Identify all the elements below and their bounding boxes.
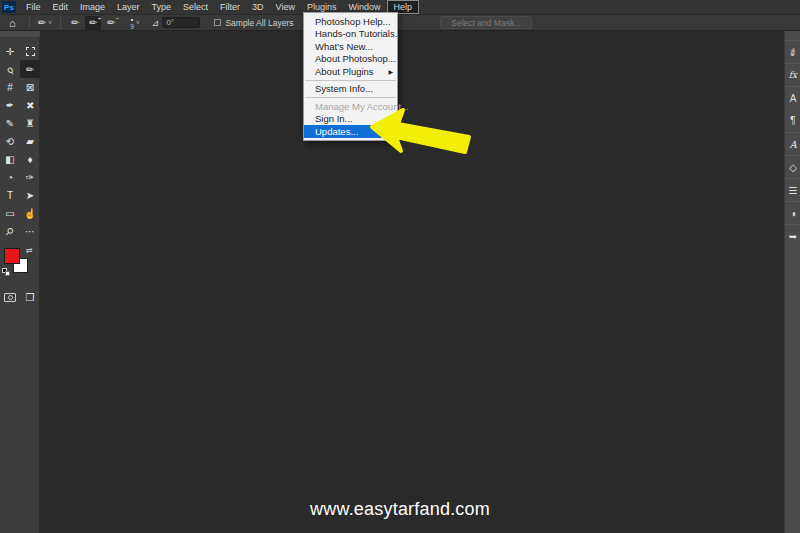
rectangle-tool[interactable]: ▭ xyxy=(0,204,20,222)
brush-size-picker[interactable]: • 9 xyxy=(130,17,134,29)
character-panel-button[interactable]: A xyxy=(785,86,800,109)
brush-icon: ✏ xyxy=(71,17,79,28)
materials-panel-button[interactable]: ◇ xyxy=(785,155,800,178)
swap-colors-icon[interactable]: ⇄ xyxy=(26,246,33,255)
layer-styles-panel-button[interactable]: fx xyxy=(785,63,800,86)
frame-icon: ⊠ xyxy=(26,82,34,93)
menu-select[interactable]: Select xyxy=(177,0,214,14)
menu-bar: Ps File Edit Image Layer Type Select Fil… xyxy=(0,0,800,14)
adjustments-icon: ◑ xyxy=(790,208,796,219)
chevron-down-icon[interactable]: ˅ xyxy=(136,19,140,26)
lasso-tool[interactable]: ϙ xyxy=(0,60,20,78)
quick-mask-icon xyxy=(4,293,16,302)
about-plugins-label: About Plugins xyxy=(315,66,374,77)
spot-healing-brush-tool[interactable]: ✚ xyxy=(20,96,40,114)
eyedropper-tool[interactable]: ✒ xyxy=(0,96,20,114)
path-selection-tool[interactable]: ➤ xyxy=(20,186,40,204)
panel-icon-strip: ✐ fx A ¶ A ◇ ☰ ◑ ➥ xyxy=(784,31,800,533)
menu-image[interactable]: Image xyxy=(74,0,111,14)
quick-mask-button[interactable] xyxy=(0,288,20,306)
tools-grid: ✛ ϙ ✏ # ⊠ ✒ ✚ ✎ ♜ ⟲ ▰ ◧ ♦ ◔ ✑ T ➤ ▭ ☝ ⚲ … xyxy=(0,42,39,240)
tools-panel-grip[interactable] xyxy=(0,31,40,38)
properties-panel-button[interactable]: ☰ xyxy=(785,178,800,201)
screen-mode-icon: ❐ xyxy=(26,292,35,303)
history-brush-tool[interactable]: ⟲ xyxy=(0,132,20,150)
menu-separator xyxy=(305,97,396,98)
dodge-tool[interactable]: ◔ xyxy=(0,168,20,186)
menu-item-updates[interactable]: Updates... xyxy=(304,125,397,138)
blur-tool[interactable]: ♦ xyxy=(20,150,40,168)
tools-panel: ✛ ϙ ✏ # ⊠ ✒ ✚ ✎ ♜ ⟲ ▰ ◧ ♦ ◔ ✑ T ➤ ▭ ☝ ⚲ … xyxy=(0,31,40,533)
brush-minus-icon: ✏ xyxy=(107,17,115,28)
path-selection-icon: ➤ xyxy=(26,190,34,201)
move-icon: ✛ xyxy=(6,46,14,57)
default-colors-icon-bg xyxy=(5,271,10,276)
brush-tool[interactable]: ✎ xyxy=(0,114,20,132)
menu-filter[interactable]: Filter xyxy=(214,0,246,14)
menu-file[interactable]: File xyxy=(20,0,47,14)
history-icon: ➥ xyxy=(789,231,797,242)
menu-item-sign-in[interactable]: Sign In... xyxy=(304,113,397,126)
eyedropper-icon: ✒ xyxy=(6,100,14,111)
menu-layer[interactable]: Layer xyxy=(111,0,146,14)
angle-control: ⊿ 0° xyxy=(152,17,201,28)
home-icon[interactable]: ⌂ xyxy=(9,17,16,29)
select-and-mask-button[interactable]: Select and Mask... xyxy=(440,16,532,29)
foreground-color-swatch[interactable] xyxy=(4,248,20,264)
screen-mode-button[interactable]: ❐ xyxy=(20,288,40,306)
glyphs-icon: A xyxy=(789,139,796,150)
menu-view[interactable]: View xyxy=(270,0,301,14)
angle-input[interactable]: 0° xyxy=(162,17,200,28)
eraser-tool[interactable]: ▰ xyxy=(20,132,40,150)
gradient-tool[interactable]: ◧ xyxy=(0,150,20,168)
menu-item-about-photoshop[interactable]: About Photoshop... xyxy=(304,53,397,66)
zoom-tool[interactable]: ⚲ xyxy=(0,222,20,240)
lasso-icon: ϙ xyxy=(5,63,16,75)
glyphs-panel-button[interactable]: A xyxy=(785,132,800,155)
type-tool[interactable]: T xyxy=(0,186,20,204)
paragraph-panel-button[interactable]: ¶ xyxy=(785,109,800,132)
sample-all-layers-label: Sample All Layers xyxy=(225,18,293,28)
pen-icon: ✑ xyxy=(26,172,34,183)
clone-stamp-tool[interactable]: ♜ xyxy=(20,114,40,132)
photoshop-logo: Ps xyxy=(2,1,16,13)
quick-selection-tool[interactable]: ✏ xyxy=(20,60,40,78)
zoom-icon: ⚲ xyxy=(4,225,17,238)
subtract-from-selection-button[interactable]: ✏ − xyxy=(103,16,119,30)
menu-item-photoshop-help[interactable]: Photoshop Help... xyxy=(304,15,397,28)
edit-toolbar-button[interactable]: ⋯ xyxy=(20,222,40,240)
tool-preset-picker[interactable]: ✏ ˅ xyxy=(35,17,55,28)
menu-item-about-plugins[interactable]: About Plugins ▶ xyxy=(304,65,397,78)
help-dropdown-menu: Photoshop Help... Hands-on Tutorials... … xyxy=(303,12,398,141)
hand-tool[interactable]: ☝ xyxy=(20,204,40,222)
color-swatches: ⇄ xyxy=(0,248,40,282)
frame-tool[interactable]: ⊠ xyxy=(20,78,40,96)
add-to-selection-button[interactable]: ✏ + xyxy=(85,16,101,30)
healing-brush-icon: ✚ xyxy=(23,98,37,112)
marquee-icon xyxy=(26,47,35,56)
pen-tool[interactable]: ✑ xyxy=(20,168,40,186)
brushes-panel-button[interactable]: ✐ xyxy=(785,40,800,63)
sample-all-layers-option[interactable]: Sample All Layers xyxy=(214,18,293,28)
rectangular-marquee-tool[interactable] xyxy=(20,42,40,60)
menu-item-hands-on-tutorials[interactable]: Hands-on Tutorials... xyxy=(304,28,397,41)
history-panel-button[interactable]: ➥ xyxy=(785,224,800,247)
brush-icon: ✎ xyxy=(6,118,14,129)
menu-item-system-info[interactable]: System Info... xyxy=(304,83,397,96)
ellipsis-icon: ⋯ xyxy=(25,226,35,237)
history-brush-icon: ⟲ xyxy=(6,136,14,147)
fx-icon: fx xyxy=(789,70,797,80)
eraser-icon: ▰ xyxy=(26,136,34,147)
adjustments-panel-button[interactable]: ◑ xyxy=(785,201,800,224)
sliders-icon: ☰ xyxy=(789,185,798,196)
sample-all-layers-checkbox[interactable] xyxy=(214,19,221,26)
menu-3d[interactable]: 3D xyxy=(246,0,270,14)
new-selection-button[interactable]: ✏ xyxy=(67,16,83,30)
plus-mark: + xyxy=(98,15,102,21)
divider xyxy=(29,16,30,29)
menu-item-whats-new[interactable]: What's New... xyxy=(304,40,397,53)
menu-type[interactable]: Type xyxy=(146,0,178,14)
crop-tool[interactable]: # xyxy=(0,78,20,96)
move-tool[interactable]: ✛ xyxy=(0,42,20,60)
menu-edit[interactable]: Edit xyxy=(47,0,75,14)
